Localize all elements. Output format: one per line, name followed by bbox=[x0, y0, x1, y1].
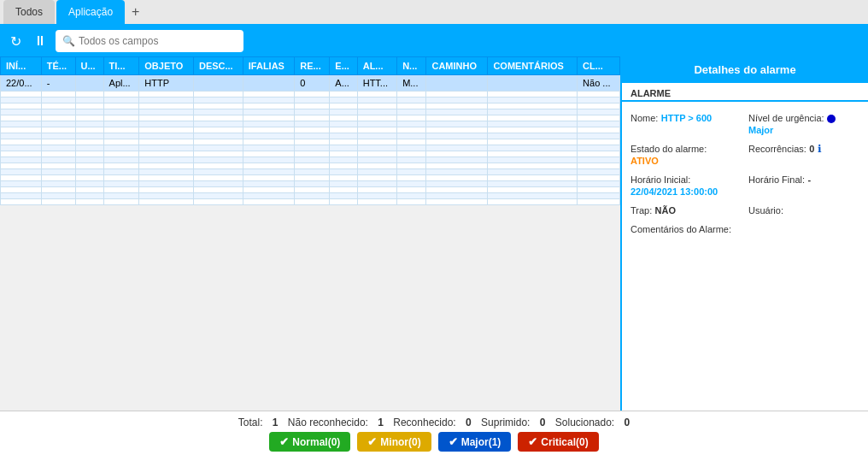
table-cell bbox=[330, 193, 357, 199]
table-row[interactable] bbox=[1, 103, 620, 109]
table-row[interactable] bbox=[1, 157, 620, 163]
table-cell bbox=[243, 103, 295, 109]
user-label: Usuário: bbox=[748, 205, 783, 216]
table-cell bbox=[41, 187, 75, 193]
table-cell bbox=[243, 121, 295, 127]
trap-value: NÃO bbox=[655, 205, 676, 216]
search-input[interactable] bbox=[79, 35, 237, 47]
table-cell bbox=[41, 133, 75, 139]
table-row[interactable] bbox=[1, 199, 620, 205]
table-cell bbox=[578, 199, 620, 205]
table-cell bbox=[397, 109, 426, 115]
state-value: ATIVO bbox=[630, 156, 659, 166]
table-cell bbox=[103, 109, 139, 115]
badge-minor[interactable]: ✔ Minor(0) bbox=[357, 432, 431, 452]
table-cell bbox=[295, 187, 330, 193]
table-row[interactable] bbox=[1, 169, 620, 175]
table-row[interactable] bbox=[1, 151, 620, 157]
details-field-trap: Trap: NÃO bbox=[630, 204, 742, 216]
table-cell bbox=[139, 145, 194, 151]
col-desc: DESC... bbox=[193, 57, 243, 75]
table-cell bbox=[75, 121, 103, 127]
table-cell bbox=[295, 151, 330, 157]
table-cell bbox=[75, 163, 103, 169]
table-cell bbox=[103, 181, 139, 187]
table-cell bbox=[357, 181, 396, 187]
table-cell bbox=[243, 181, 295, 187]
table-cell bbox=[578, 127, 620, 133]
recognized-value: 0 bbox=[466, 417, 472, 428]
table-cell bbox=[243, 199, 295, 205]
content-area: INÍ... TÉ... U... TI... OBJETO DESC... I… bbox=[0, 56, 868, 411]
table-cell bbox=[426, 98, 488, 103]
table-cell: Apl... bbox=[103, 75, 139, 92]
tab-aplicacao[interactable]: Aplicação bbox=[56, 0, 125, 24]
table-cell bbox=[75, 193, 103, 199]
table-cell bbox=[75, 181, 103, 187]
badge-critical[interactable]: ✔ Critical(0) bbox=[518, 432, 598, 452]
table-row[interactable] bbox=[1, 187, 620, 193]
col-u: U... bbox=[75, 57, 103, 75]
table-row[interactable] bbox=[1, 181, 620, 187]
table-cell bbox=[397, 127, 426, 133]
col-cl: CL... bbox=[578, 57, 620, 75]
table-cell bbox=[193, 181, 243, 187]
table-row[interactable] bbox=[1, 121, 620, 127]
table-cell bbox=[488, 75, 578, 92]
table-cell bbox=[193, 115, 243, 121]
table-cell bbox=[578, 169, 620, 175]
tab-add-button[interactable]: + bbox=[126, 4, 144, 20]
table-row[interactable] bbox=[1, 109, 620, 115]
table-cell bbox=[357, 127, 396, 133]
table-row[interactable] bbox=[1, 127, 620, 133]
table-cell bbox=[103, 169, 139, 175]
name-value: HTTP > 600 bbox=[661, 113, 712, 123]
table-row[interactable] bbox=[1, 175, 620, 181]
table-row[interactable] bbox=[1, 145, 620, 151]
table-row[interactable] bbox=[1, 98, 620, 103]
details-field-name: Nome: HTTP > 600 bbox=[630, 112, 742, 136]
table-scroll[interactable]: INÍ... TÉ... U... TI... OBJETO DESC... I… bbox=[0, 56, 620, 411]
table-cell bbox=[1, 98, 42, 103]
table-cell bbox=[488, 187, 578, 193]
table-row[interactable] bbox=[1, 115, 620, 121]
table-cell bbox=[103, 175, 139, 181]
table-cell bbox=[139, 115, 194, 121]
check-icon-critical: ✔ bbox=[528, 435, 537, 448]
table-cell bbox=[397, 169, 426, 175]
footer: Total: 1 Não reconhecido: 1 Reconhecido:… bbox=[0, 411, 868, 455]
table-cell bbox=[578, 109, 620, 115]
table-row[interactable] bbox=[1, 92, 620, 98]
table-cell bbox=[357, 187, 396, 193]
pause-button[interactable]: ⏸ bbox=[30, 32, 50, 50]
refresh-button[interactable]: ↻ bbox=[7, 32, 25, 51]
table-row[interactable] bbox=[1, 163, 620, 169]
table-row[interactable] bbox=[1, 193, 620, 199]
table-row[interactable] bbox=[1, 133, 620, 139]
check-icon-minor: ✔ bbox=[367, 435, 377, 448]
table-cell bbox=[295, 92, 330, 98]
table-cell bbox=[397, 199, 426, 205]
state-label: Estado do alarme: bbox=[630, 144, 707, 154]
table-cell bbox=[41, 163, 75, 169]
table-cell bbox=[75, 169, 103, 175]
table-cell bbox=[103, 163, 139, 169]
table-cell bbox=[139, 175, 194, 181]
table-row[interactable]: 22/0...-Apl...HTTP0A...HTT...M...Não ... bbox=[1, 75, 620, 92]
table-cell bbox=[295, 109, 330, 115]
search-box: 🔍 bbox=[56, 30, 243, 52]
table-cell bbox=[426, 157, 488, 163]
table-cell bbox=[103, 121, 139, 127]
badge-major[interactable]: ✔ Major(1) bbox=[438, 432, 512, 452]
tab-todos[interactable]: Todos bbox=[3, 0, 55, 24]
table-cell bbox=[243, 133, 295, 139]
badge-normal[interactable]: ✔ Normal(0) bbox=[269, 432, 350, 452]
col-re: RE... bbox=[295, 57, 330, 75]
table-cell bbox=[488, 139, 578, 145]
table-cell bbox=[1, 115, 42, 121]
table-row[interactable] bbox=[1, 139, 620, 145]
table-cell bbox=[41, 151, 75, 157]
table-cell bbox=[1, 181, 42, 187]
table-cell bbox=[578, 163, 620, 169]
table-cell bbox=[139, 92, 194, 98]
